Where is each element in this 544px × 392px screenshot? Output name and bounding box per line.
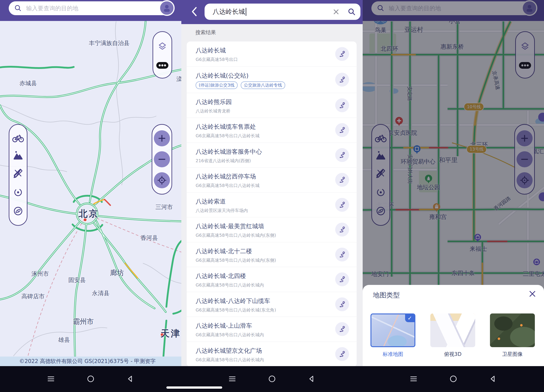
result-title: 八达岭长城岔西停车场	[196, 173, 330, 180]
map-layers-button[interactable]	[157, 40, 168, 52]
compass-button[interactable]	[12, 205, 24, 217]
close-sheet-button[interactable]	[528, 290, 536, 298]
back-nav-button[interactable]	[190, 6, 198, 17]
result-title: 八达岭索道	[196, 197, 330, 206]
route-to-button[interactable]	[335, 173, 349, 187]
map-type-option[interactable]: ✓ 卫星图像	[490, 313, 535, 358]
profile-avatar[interactable]	[159, 0, 175, 16]
result-subtitle: G6京藏高速58号出口八达岭长城	[196, 133, 330, 139]
result-title: 八达岭长城游客服务中心	[196, 148, 330, 156]
zoom-out-button[interactable]	[154, 151, 170, 167]
back-button[interactable]	[489, 375, 497, 383]
route-to-button[interactable]	[335, 47, 349, 61]
result-subtitle: G6京藏高速58号出口八达岭长城内	[196, 332, 330, 338]
person-icon	[162, 3, 172, 13]
map-tools-pill	[9, 124, 28, 226]
back-triangle-icon	[126, 375, 134, 383]
measure-tools-button[interactable]	[12, 168, 24, 179]
search-result-item[interactable]: 八达岭长城望京文化广场 G6京藏高速58号出口八达岭长城内	[187, 342, 357, 367]
search-result-item[interactable]: 八达岭长城岔西停车场 G6京藏高速58号出口八达岭长城	[187, 167, 357, 192]
search-result-item[interactable]: 八达岭长城游客服务中心 216省道八达岭长城内(西侧)	[187, 143, 357, 167]
recent-apps-button[interactable]	[228, 375, 237, 383]
map-type-label: 标准地图	[371, 351, 415, 358]
bus-line-tag: 公交旅游八达岭专线	[241, 81, 285, 89]
route-to-button[interactable]	[335, 123, 349, 137]
chevron-left-icon	[190, 6, 198, 17]
search-result-item[interactable]: 八达岭长城-北四楼 G6京藏高速58号出口八达岭长城内	[187, 267, 357, 292]
search-result-item[interactable]: 八达岭长城 G6京藏高速58号出口	[187, 41, 357, 66]
plus-icon	[157, 134, 166, 143]
text-cursor	[246, 8, 246, 16]
back-triangle-icon	[489, 375, 497, 383]
search-result-item[interactable]: 八达岭长城缆车售票处 G6京藏高速58号出口八达岭长城	[187, 118, 357, 143]
route-icon	[338, 151, 346, 159]
search-result-item[interactable]: 八达岭长城(公交站) (停运)旅游公交3线公交旅游八达岭专线	[187, 66, 357, 93]
route-to-button[interactable]	[335, 248, 349, 261]
search-results-list: 八达岭长城 G6京藏高速58号出口 八达岭长城(公交站) (停运)旅游公交3线公…	[187, 41, 357, 367]
layers-icon	[157, 40, 168, 52]
search-result-item[interactable]: 八达岭长城-最美赏红城墙 G6京藏高速58号出口八达岭长城内(东侧)	[187, 217, 357, 242]
route-to-button[interactable]	[335, 73, 349, 86]
route-to-button[interactable]	[335, 272, 349, 286]
circle-dot-icon	[12, 187, 24, 198]
result-title: 八达岭长城-北四楼	[196, 272, 330, 280]
home-button[interactable]	[268, 375, 276, 383]
home-indicator[interactable]	[166, 386, 222, 389]
home-button[interactable]	[86, 375, 95, 383]
result-title: 八达岭熊乐园	[196, 98, 330, 106]
result-title: 八达岭长城-北十二楼	[196, 247, 330, 255]
recent-apps-button[interactable]	[47, 375, 55, 383]
route-to-button[interactable]	[335, 297, 349, 311]
result-subtitle: G6京藏高速58号出口八达岭长城内	[196, 282, 330, 288]
route-to-button[interactable]	[335, 223, 349, 236]
destination-search-input[interactable]: 输入要查询的目的地	[9, 1, 173, 15]
layers-control-pill	[153, 31, 172, 79]
route-to-button[interactable]	[335, 347, 349, 361]
route-to-button[interactable]	[335, 322, 349, 336]
cycling-mode-button[interactable]	[12, 133, 24, 143]
zoom-in-button[interactable]	[154, 130, 170, 146]
back-button[interactable]	[307, 375, 316, 383]
terrain-mode-button[interactable]	[12, 150, 24, 160]
route-icon	[338, 201, 346, 209]
focus-position-button[interactable]	[12, 187, 24, 198]
search-query-input[interactable]: 八达岭长城	[205, 4, 361, 20]
query-text: 八达岭长城	[213, 7, 245, 16]
map-type-thumbnail[interactable]: ✓	[490, 313, 535, 347]
check-icon: ✓	[405, 314, 414, 322]
result-subtitle: 八达岭景区滚天沟停车场内	[196, 208, 330, 213]
route-to-button[interactable]	[335, 98, 349, 112]
android-navbar	[363, 366, 544, 392]
map-type-option[interactable]: ✓ 标准地图	[371, 313, 415, 358]
target-icon	[157, 175, 167, 185]
search-result-item[interactable]: 八达岭长城-北十二楼 G6京藏高速58号出口八达岭长城内(东侧)	[187, 242, 357, 267]
result-title: 八达岭长城望京文化广场	[196, 347, 330, 355]
map-type-option[interactable]: ✓ 俯视3D	[430, 313, 475, 358]
search-result-item[interactable]: 八达岭长城-八达岭下山缆车 G6京藏高速58号出口八达岭长城(东北角)	[187, 292, 357, 317]
route-to-button[interactable]	[335, 148, 349, 162]
result-subtitle: G6京藏高速58号出口八达岭长城内(东侧)	[196, 232, 330, 238]
search-result-item[interactable]: 八达岭索道 八达岭景区滚天沟停车场内	[187, 192, 357, 217]
map-type-thumbnail[interactable]: ✓	[430, 313, 475, 347]
result-subtitle: G6京藏高速58号出口八达岭长城(东北角)	[196, 307, 330, 313]
search-result-item[interactable]: 八达岭长城-上山滑车 G6京藏高速58号出口八达岭长城内	[187, 317, 357, 342]
circle-icon	[86, 375, 95, 383]
locate-button[interactable]	[154, 172, 170, 188]
clear-query-button[interactable]	[333, 8, 339, 15]
home-button[interactable]	[449, 375, 458, 383]
recent-apps-button[interactable]	[409, 375, 418, 383]
route-icon	[338, 102, 346, 109]
beijing-capital-dot	[83, 218, 87, 222]
circle-icon	[268, 375, 276, 383]
more-options-button[interactable]	[156, 62, 169, 69]
search-result-item[interactable]: 八达岭熊乐园 八达岭长城青龙桥	[187, 93, 357, 118]
back-button[interactable]	[126, 375, 134, 383]
map-type-thumbnail[interactable]: ✓	[371, 313, 415, 347]
route-to-button[interactable]	[335, 198, 349, 212]
map-type-sheet: 地图类型 ✓ 标准地图 ✓ 俯视3D ✓ 卫星图像	[363, 285, 544, 366]
submit-search-button[interactable]	[348, 8, 356, 16]
bicycle-icon	[12, 133, 24, 143]
route-icon	[338, 76, 346, 83]
close-icon	[333, 8, 339, 15]
sheet-title: 地图类型	[373, 291, 400, 300]
